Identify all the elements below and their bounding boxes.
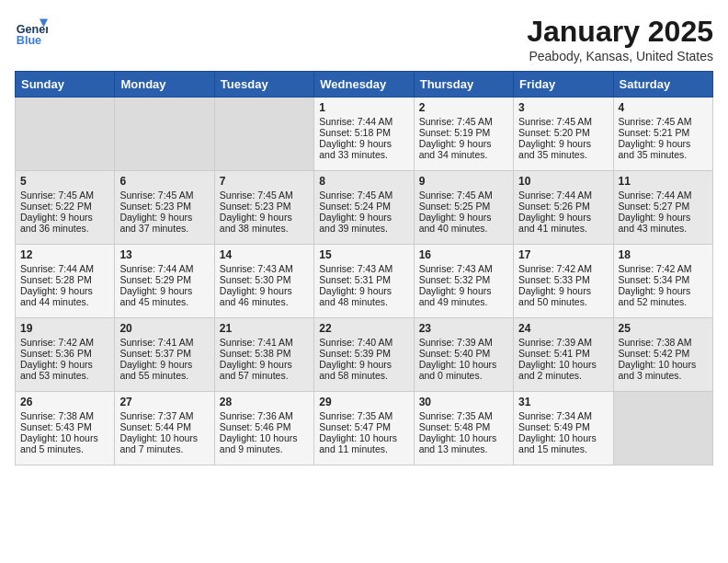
day-info: Sunset: 5:38 PM xyxy=(220,348,309,359)
day-info: and 58 minutes. xyxy=(319,370,408,381)
header-saturday: Saturday xyxy=(613,72,712,98)
day-info: and 53 minutes. xyxy=(20,370,109,381)
calendar-cell: 31Sunrise: 7:34 AMSunset: 5:49 PMDayligh… xyxy=(514,392,613,465)
day-info: Sunset: 5:40 PM xyxy=(419,348,508,359)
calendar-cell: 17Sunrise: 7:42 AMSunset: 5:33 PMDayligh… xyxy=(514,245,613,318)
calendar-cell xyxy=(16,98,115,171)
day-info: Sunrise: 7:41 AM xyxy=(220,337,309,348)
day-number: 19 xyxy=(20,322,109,335)
day-info: and 36 minutes. xyxy=(20,223,109,234)
day-info: and 43 minutes. xyxy=(619,223,708,234)
day-number: 29 xyxy=(319,396,408,408)
day-info: Sunrise: 7:45 AM xyxy=(20,190,109,201)
day-number: 1 xyxy=(319,101,408,114)
calendar-cell: 16Sunrise: 7:43 AMSunset: 5:32 PMDayligh… xyxy=(414,245,513,318)
day-info: Sunrise: 7:45 AM xyxy=(619,116,708,127)
day-info: and 40 minutes. xyxy=(419,223,508,234)
day-number: 26 xyxy=(20,396,109,408)
day-info: and 11 minutes. xyxy=(319,443,408,454)
day-info: Sunset: 5:23 PM xyxy=(119,201,209,212)
day-info: Sunset: 5:27 PM xyxy=(619,201,708,212)
header-tuesday: Tuesday xyxy=(214,72,313,98)
day-number: 20 xyxy=(119,322,209,335)
header-sunday: Sunday xyxy=(16,72,115,98)
day-number: 13 xyxy=(119,248,209,261)
day-info: and 38 minutes. xyxy=(220,223,309,234)
day-info: Sunset: 5:21 PM xyxy=(619,127,708,138)
day-info: Sunset: 5:32 PM xyxy=(419,274,508,285)
day-info: Daylight: 9 hours xyxy=(20,285,109,296)
day-number: 3 xyxy=(518,101,608,114)
day-info: Sunrise: 7:43 AM xyxy=(419,263,508,274)
day-info: Sunrise: 7:41 AM xyxy=(119,337,209,348)
day-info: Daylight: 10 hours xyxy=(518,359,608,370)
day-info: Sunrise: 7:44 AM xyxy=(518,190,608,201)
day-info: Sunset: 5:37 PM xyxy=(119,348,209,359)
day-info: Daylight: 9 hours xyxy=(518,138,608,149)
day-info: Daylight: 10 hours xyxy=(319,432,408,443)
day-info: Daylight: 9 hours xyxy=(119,212,209,223)
day-info: and 52 minutes. xyxy=(619,296,708,307)
calendar-cell: 22Sunrise: 7:40 AMSunset: 5:39 PMDayligh… xyxy=(314,318,414,392)
day-info: Sunset: 5:47 PM xyxy=(319,421,408,432)
calendar-cell: 19Sunrise: 7:42 AMSunset: 5:36 PMDayligh… xyxy=(16,318,115,392)
calendar-cell: 1Sunrise: 7:44 AMSunset: 5:18 PMDaylight… xyxy=(314,98,414,171)
calendar-cell xyxy=(613,392,712,465)
calendar-title: January 2025 xyxy=(527,15,713,49)
day-info: Sunrise: 7:35 AM xyxy=(319,410,408,421)
day-info: and 41 minutes. xyxy=(518,223,608,234)
day-info: Sunrise: 7:43 AM xyxy=(220,263,309,274)
svg-text:Blue: Blue xyxy=(17,34,41,47)
calendar-cell: 3Sunrise: 7:45 AMSunset: 5:20 PMDaylight… xyxy=(514,98,613,171)
day-number: 11 xyxy=(619,175,708,188)
logo-icon: General Blue xyxy=(15,15,48,48)
day-info: Daylight: 9 hours xyxy=(419,138,508,149)
calendar-cell xyxy=(115,98,214,171)
day-info: Sunset: 5:28 PM xyxy=(20,274,109,285)
day-info: and 7 minutes. xyxy=(119,443,209,454)
day-info: Daylight: 9 hours xyxy=(319,359,408,370)
day-info: Sunset: 5:49 PM xyxy=(518,421,608,432)
day-info: Daylight: 9 hours xyxy=(119,359,209,370)
calendar-cell: 18Sunrise: 7:42 AMSunset: 5:34 PMDayligh… xyxy=(613,245,712,318)
day-info: Sunset: 5:18 PM xyxy=(319,127,408,138)
day-number: 8 xyxy=(319,175,408,188)
day-number: 17 xyxy=(518,248,608,261)
calendar-cell: 11Sunrise: 7:44 AMSunset: 5:27 PMDayligh… xyxy=(613,171,712,245)
day-info: and 9 minutes. xyxy=(220,443,309,454)
day-info: and 33 minutes. xyxy=(319,149,408,160)
day-number: 25 xyxy=(619,322,708,335)
title-section: January 2025 Peabody, Kansas, United Sta… xyxy=(527,15,713,63)
calendar-cell: 15Sunrise: 7:43 AMSunset: 5:31 PMDayligh… xyxy=(314,245,414,318)
day-info: Daylight: 9 hours xyxy=(220,212,309,223)
day-info: and 48 minutes. xyxy=(319,296,408,307)
day-info: and 45 minutes. xyxy=(119,296,209,307)
day-info: Daylight: 9 hours xyxy=(518,212,608,223)
day-info: Sunrise: 7:45 AM xyxy=(419,116,508,127)
day-info: and 39 minutes. xyxy=(319,223,408,234)
day-info: Sunrise: 7:45 AM xyxy=(220,190,309,201)
calendar-cell: 8Sunrise: 7:45 AMSunset: 5:24 PMDaylight… xyxy=(314,171,414,245)
day-info: Daylight: 9 hours xyxy=(319,285,408,296)
day-number: 6 xyxy=(119,175,209,188)
day-info: Sunrise: 7:45 AM xyxy=(119,190,209,201)
day-number: 9 xyxy=(419,175,508,188)
week-row-2: 5Sunrise: 7:45 AMSunset: 5:22 PMDaylight… xyxy=(16,171,713,245)
day-info: Daylight: 10 hours xyxy=(220,432,309,443)
day-info: and 15 minutes. xyxy=(518,443,608,454)
calendar-cell: 2Sunrise: 7:45 AMSunset: 5:19 PMDaylight… xyxy=(414,98,513,171)
day-number: 10 xyxy=(518,175,608,188)
day-info: Sunset: 5:30 PM xyxy=(220,274,309,285)
day-info: Sunrise: 7:45 AM xyxy=(419,190,508,201)
day-number: 23 xyxy=(419,322,508,335)
calendar-cell: 26Sunrise: 7:38 AMSunset: 5:43 PMDayligh… xyxy=(16,392,115,465)
day-number: 16 xyxy=(419,248,508,261)
day-info: Sunset: 5:25 PM xyxy=(419,201,508,212)
day-info: Sunrise: 7:44 AM xyxy=(20,263,109,274)
day-number: 15 xyxy=(319,248,408,261)
day-info: Daylight: 9 hours xyxy=(20,212,109,223)
header-row: SundayMondayTuesdayWednesdayThursdayFrid… xyxy=(16,72,713,98)
day-info: Sunrise: 7:44 AM xyxy=(619,190,708,201)
calendar-cell: 9Sunrise: 7:45 AMSunset: 5:25 PMDaylight… xyxy=(414,171,513,245)
calendar-cell: 30Sunrise: 7:35 AMSunset: 5:48 PMDayligh… xyxy=(414,392,513,465)
